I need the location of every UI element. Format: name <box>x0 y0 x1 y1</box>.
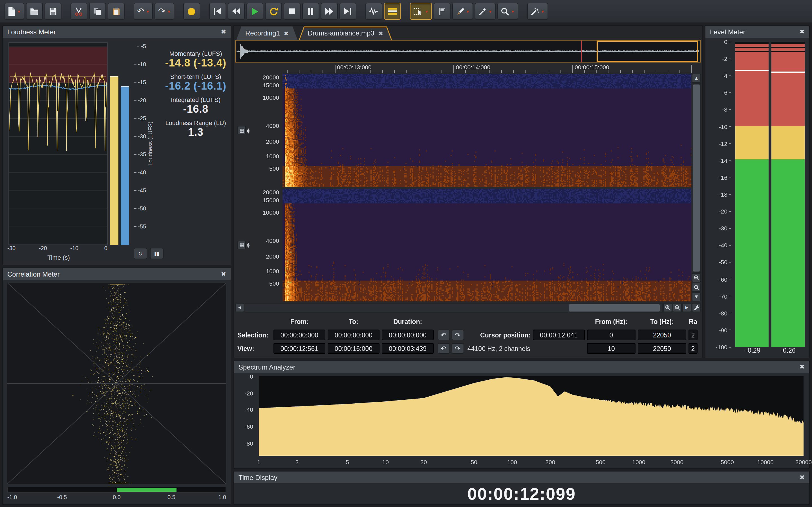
tab-close-icon[interactable]: ✖ <box>284 30 289 36</box>
level-meter-header[interactable]: Level Meter ✖ <box>705 26 809 38</box>
zoom-out-button[interactable] <box>673 303 682 312</box>
spectrum-x-axis: 1251020501002005001000200050001000020000 <box>259 459 804 467</box>
close-icon[interactable]: ✖ <box>800 28 805 36</box>
scroll-right-button[interactable]: ▶ <box>682 303 691 312</box>
view-from-hz-field[interactable]: 10 <box>587 343 636 354</box>
zoom-out-vertical-button[interactable] <box>692 283 701 292</box>
record-button[interactable] <box>183 3 200 20</box>
view-redo-button[interactable]: ↷ <box>451 343 464 354</box>
view-undo-button[interactable]: ↶ <box>437 343 450 354</box>
selection-range-field[interactable]: 2 <box>689 330 698 340</box>
spectrum-analyzer-header[interactable]: Spectrum Analyzer ✖ <box>234 361 809 373</box>
loudness-pause-button[interactable]: ▮▮ <box>150 248 163 259</box>
correlation-meter-header[interactable]: Correlation Meter ✖ <box>3 268 231 280</box>
skip-start-icon <box>213 8 222 15</box>
close-icon[interactable]: ✖ <box>221 28 226 36</box>
view-from-field[interactable]: 00:00:12:561 <box>273 343 325 354</box>
zoom-in-button[interactable] <box>663 303 672 312</box>
copy-button[interactable] <box>89 3 106 20</box>
skip-to-end-button[interactable] <box>340 3 356 20</box>
scroll-left-button[interactable]: ◀ <box>235 303 244 312</box>
vertical-scroll-track[interactable] <box>692 83 701 273</box>
timeline-label: 00:00:15:000 <box>574 64 609 70</box>
selection-undo-button[interactable]: ↶ <box>437 330 450 340</box>
dropdown-arrow-icon: ▼ <box>167 9 171 13</box>
cursor-position-field[interactable]: 00:00:12:041 <box>533 330 585 340</box>
toolbar: ▼ ↶▼ ↷▼ <box>0 0 812 23</box>
view-label: View: <box>238 345 271 352</box>
close-icon[interactable]: ✖ <box>800 363 805 371</box>
skip-to-start-button[interactable] <box>209 3 226 20</box>
rewind-button[interactable] <box>228 3 245 20</box>
tab-drums-ambiance[interactable]: Drums-ambiance.mp3 ✖ <box>299 26 392 40</box>
close-icon[interactable]: ✖ <box>221 270 226 278</box>
loop-button[interactable] <box>265 3 282 20</box>
spectrum-x-tick: 1 <box>257 459 260 465</box>
vertical-scroll-thumb[interactable] <box>693 84 700 272</box>
tab-recording1[interactable]: Recording1 ✖ <box>236 26 298 40</box>
paste-icon <box>112 7 120 15</box>
channel-control-left[interactable]: ▦ ▲▼ <box>238 126 250 135</box>
loudness-reset-button[interactable]: ↻ <box>134 248 147 259</box>
spectrogram-canvas-left[interactable] <box>283 74 691 187</box>
spectrogram-canvas-right[interactable] <box>283 188 691 301</box>
selection-to-field[interactable]: 00:00:00:000 <box>327 330 379 340</box>
time-display-header[interactable]: Time Display ✖ <box>234 471 809 483</box>
scale-tick: -5 <box>137 43 146 49</box>
timeline-tick <box>418 70 418 73</box>
scale-tick: -10 <box>719 123 731 130</box>
spectrum-x-tick: 2 <box>295 459 299 465</box>
fast-forward-button[interactable] <box>321 3 338 20</box>
stop-button[interactable] <box>284 3 301 20</box>
horizontal-scroll-thumb[interactable] <box>569 304 660 312</box>
channel-settings-icon[interactable]: ▦ <box>238 241 246 249</box>
selection-from-hz-field[interactable]: 0 <box>587 330 636 340</box>
scroll-up-button[interactable]: ▲ <box>692 74 701 83</box>
zoom-tool-button[interactable]: ▼ <box>497 3 518 20</box>
view-duration-field[interactable]: 00:00:03:439 <box>382 343 434 354</box>
copy-icon <box>93 7 102 15</box>
new-file-button[interactable]: ▼ <box>4 3 24 20</box>
scroll-down-button[interactable]: ▼ <box>692 292 701 301</box>
close-icon[interactable]: ✖ <box>800 474 805 481</box>
channel-spin-arrows[interactable]: ▲▼ <box>247 128 250 133</box>
selection-duration-field[interactable]: 00:00:00:000 <box>382 330 434 340</box>
panel-title: Spectrum Analyzer <box>239 363 295 371</box>
open-file-button[interactable] <box>26 3 43 20</box>
timeline-ruler[interactable]: 00:00:13:00000:00:14:00000:00:15:000 <box>283 62 691 73</box>
overview-playhead <box>581 41 582 62</box>
wand-tool-button[interactable]: ▼ <box>475 3 496 20</box>
select-tool-button[interactable]: ▼ <box>410 3 432 20</box>
paste-button[interactable] <box>108 3 124 20</box>
horizontal-scroll-track[interactable] <box>245 303 663 313</box>
zoom-in-vertical-button[interactable] <box>692 273 701 282</box>
frequency-axis-left: ▦ ▲▼ 200001500010000400020001000500 <box>235 74 283 187</box>
brush-tool-button[interactable]: ▼ <box>452 3 473 20</box>
save-button[interactable] <box>45 3 61 20</box>
view-to-field[interactable]: 00:00:16:000 <box>327 343 379 354</box>
view-range-field[interactable]: 2 <box>689 343 698 354</box>
spectrum-x-tick: 5 <box>346 459 349 465</box>
view-to-hz-field[interactable]: 22050 <box>638 343 686 354</box>
waveform-overview[interactable] <box>235 40 701 62</box>
effects-tool-button[interactable]: ▼ <box>527 3 548 20</box>
pause-button[interactable] <box>302 3 319 20</box>
spectrogram-view-button[interactable] <box>384 3 401 20</box>
cut-button[interactable] <box>70 3 87 20</box>
channel-control-right[interactable]: ▦ ▲▼ <box>238 241 250 249</box>
play-button[interactable] <box>246 3 263 20</box>
correlation-indicator <box>117 488 176 492</box>
redo-button[interactable]: ↷▼ <box>155 3 174 20</box>
selection-from-field[interactable]: 00:00:00:000 <box>273 330 325 340</box>
selection-to-hz-field[interactable]: 22050 <box>638 330 686 340</box>
channel-spin-arrows[interactable]: ▲▼ <box>247 242 250 248</box>
waveform-view-button[interactable] <box>365 3 382 20</box>
undo-button[interactable]: ↶▼ <box>134 3 153 20</box>
marker-tool-button[interactable] <box>434 3 451 20</box>
view-settings-button[interactable] <box>692 303 701 312</box>
tab-close-icon[interactable]: ✖ <box>378 30 383 36</box>
loudness-meter-header[interactable]: Loudness Meter ✖ <box>3 26 231 38</box>
selection-redo-button[interactable]: ↷ <box>451 330 464 340</box>
channel-settings-icon[interactable]: ▦ <box>238 126 246 135</box>
overview-view-region[interactable] <box>597 41 698 62</box>
